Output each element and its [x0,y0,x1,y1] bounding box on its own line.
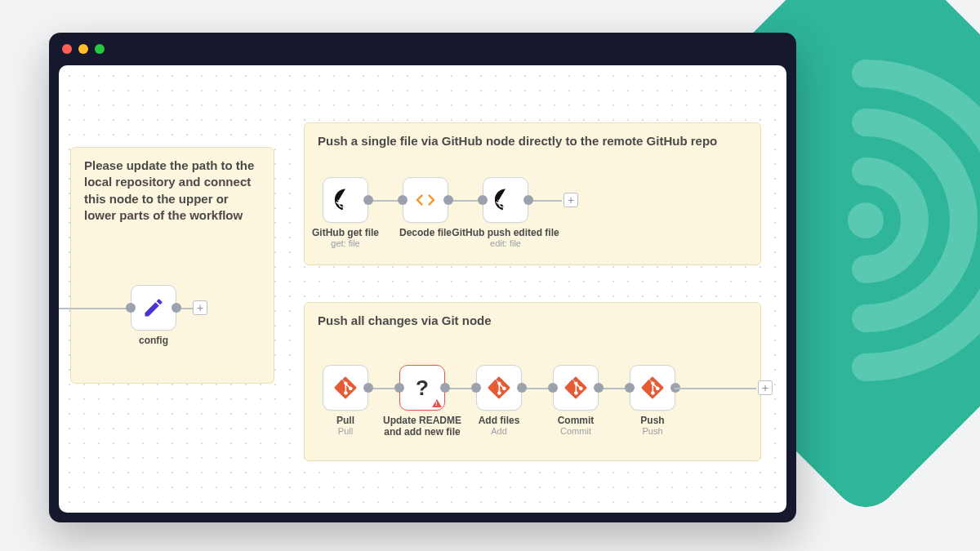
node-sub: Pull [336,426,354,437]
node-label: Decode file [399,227,452,238]
node-label: GitHub push edited file edit: file [452,227,559,250]
app-window: Please update the path to the local repo… [49,33,796,522]
node-name: Commit [558,415,595,426]
github-icon [334,189,357,211]
svg-point-0 [848,202,884,238]
sticky-note-text: Please update the path to the local repo… [71,148,274,227]
node-port-out[interactable] [594,383,604,393]
node-sub: Add [479,426,520,437]
node-port-in[interactable] [478,195,488,205]
wire [675,388,756,389]
node-pull[interactable]: Pull Pull [323,365,368,411]
code-icon [414,189,437,211]
node-sub: Push [640,426,664,437]
github-icon [494,189,517,211]
wire [181,308,193,309]
node-port-in[interactable] [471,383,481,393]
node-name: GitHub push edited file [452,227,559,238]
node-github-push-edited-file[interactable]: GitHub push edited file edit: file [483,177,528,223]
node-port-in[interactable] [625,383,635,393]
node-label: Pull Pull [336,415,354,438]
add-node-button[interactable]: + [564,193,578,207]
node-port-in[interactable] [548,383,558,393]
node-port-out[interactable] [523,195,533,205]
sticky-note-left[interactable]: Please update the path to the local repo… [70,147,274,384]
node-name: GitHub get file [312,227,379,238]
node-label: GitHub get file get: file [312,227,379,250]
node-port-out[interactable] [363,383,373,393]
node-port-out[interactable] [517,383,527,393]
wire [59,308,131,309]
node-port-out[interactable] [440,383,450,393]
workflow-canvas[interactable]: Please update the path to the local repo… [59,65,786,513]
group-bottom[interactable]: Push all changes via Git node [304,302,761,461]
titlebar [49,33,796,65]
node-port-out[interactable] [443,195,453,205]
pencil-icon [142,296,165,319]
node-name: Push [640,415,664,426]
node-port-out[interactable] [363,195,373,205]
git-icon [641,376,664,399]
node-name: Add files [479,415,520,426]
node-name: Update README and add new file [383,415,461,438]
node-port-in[interactable] [398,195,408,205]
node-port-out[interactable] [172,303,181,313]
node-decode-file[interactable]: Decode file [403,177,448,223]
warning-icon [432,399,442,407]
node-config[interactable]: config [131,285,176,331]
node-name: Pull [336,415,354,426]
node-sub: Commit [558,426,595,437]
minimize-icon[interactable] [78,44,88,54]
question-icon: ? [416,375,429,401]
zoom-icon[interactable] [95,44,105,54]
node-commit[interactable]: Commit Commit [553,365,599,411]
node-label: Commit Commit [558,415,595,438]
node-name: Decode file [399,227,452,238]
group-title: Push a single file via GitHub node direc… [305,123,760,153]
node-sub: get: file [312,238,379,249]
group-title: Push all changes via Git node [305,303,760,332]
git-icon [334,376,357,399]
node-github-get-file[interactable]: GitHub get file get: file [323,177,368,223]
node-label: config [139,335,168,346]
node-port-in[interactable] [126,303,136,313]
node-label: Push Push [640,415,664,438]
node-port-in[interactable] [394,383,404,393]
node-update-readme[interactable]: ? Update README and add new file [399,365,445,411]
add-node-button[interactable]: + [758,380,773,395]
add-node-button[interactable]: + [193,300,207,315]
node-add-files[interactable]: Add files Add [476,365,522,411]
node-push[interactable]: Push Push [630,365,675,411]
close-icon[interactable] [62,44,72,54]
node-label: Update README and add new file [373,415,471,438]
git-icon [564,376,587,399]
node-label: Add files Add [479,415,520,438]
git-icon [488,376,510,399]
node-sub: edit: file [452,238,559,249]
